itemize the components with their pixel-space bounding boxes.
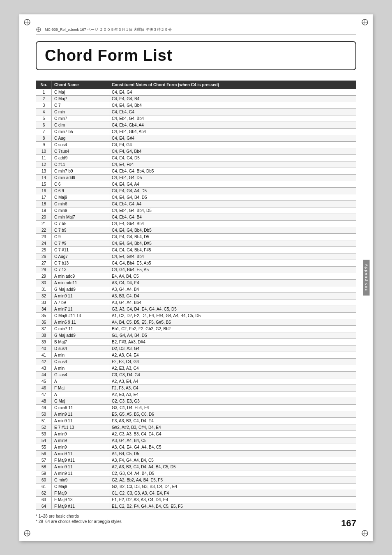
cell-notes: C4, E4, G4, Bb4 [109, 102, 356, 109]
cell-no: 22 [36, 227, 52, 234]
cell-chord-name: F Maj9 #11 [52, 503, 109, 510]
table-row: 17C Maj9C4, E4, G4, B4, D5 [36, 194, 356, 201]
cell-notes: C4, G4, Bb4, E5, A5 [109, 267, 356, 273]
cell-no: 21 [36, 221, 52, 227]
cell-notes: C4, E4, G4, Bb4, F#5 [109, 247, 356, 253]
cell-chord-name: A min9 11 [52, 418, 109, 424]
table-row: 45AA2, A3, E4, A4 [36, 378, 356, 385]
table-row: 40D sus4D2, D3, A3, G4 [36, 345, 356, 352]
table-row: 2C Maj7C4, E4, G4, B4 [36, 96, 356, 102]
cell-no: 30 [36, 280, 52, 286]
footnote-1: * 1–28 are basic chords [36, 514, 356, 518]
top-bar: MC-909_Ref_e.book 167 ページ ２００５年３月１日 火曜日 … [36, 27, 356, 35]
table-row: 24C 7 #9C4, E4, G4, Bb4, D#5 [36, 240, 356, 247]
cell-chord-name: E 7 #11 13 [52, 424, 109, 431]
cell-no: 6 [36, 122, 52, 129]
cell-chord-name: C dim [52, 122, 109, 129]
cell-no: 35 [36, 313, 52, 319]
cell-chord-name: A min7 11 [52, 306, 109, 313]
cell-chord-name: C 7 [52, 102, 109, 109]
cell-notes: E5, G5, A5, B5, C6, D6 [109, 411, 356, 418]
table-row: 29A min add9E4, A4, B4, C5 [36, 273, 356, 280]
cell-no: 8 [36, 135, 52, 142]
cell-no: 11 [36, 155, 52, 161]
cell-chord-name: C Maj [52, 89, 109, 96]
cell-notes: A2, C3, A3, B3, C4, E4, G4 [109, 431, 356, 438]
table-row: 56A min9 11A4, B4, C5, D5 [36, 451, 356, 457]
cell-no: 18 [36, 201, 52, 207]
cell-notes: Bb1, C2, Eb2, F2, Gb2, G2, Bb2 [109, 326, 356, 332]
cell-notes: A3, C4, D4, E4 [109, 280, 356, 286]
cell-notes: A2, A3, E4, A4 [109, 378, 356, 385]
cell-chord-name: C 7sus4 [52, 148, 109, 155]
cell-chord-name: G Maj add9 [52, 286, 109, 293]
reg-mark-tr [361, 18, 369, 26]
chord-table: No. Chord Name Constituent Notes of Chor… [36, 81, 356, 510]
cell-no: 49 [36, 405, 52, 411]
reg-mark-br [361, 530, 369, 537]
top-bar-text: MC-909_Ref_e.book 167 ページ ２００５年３月１日 火曜日 … [45, 27, 172, 32]
table-row: 38G Maj add9G1, G4, A4, B4, D5 [36, 332, 356, 339]
cell-no: 34 [36, 306, 52, 313]
cell-notes: C4, F4, G4 [109, 142, 356, 148]
cell-chord-name: A min9 11 [52, 470, 109, 477]
cell-chord-name: C 6 9 [52, 188, 109, 194]
cell-notes: C4, E4, G4, D5 [109, 155, 356, 161]
cell-chord-name: C add9 [52, 155, 109, 161]
cell-notes: C4, Eb4, G4, A4 [109, 201, 356, 207]
table-row: 57F Maj9 #11A3, F4, G4, A4, B4, C5 [36, 457, 356, 464]
cell-no: 23 [36, 234, 52, 240]
cell-no: 5 [36, 115, 52, 122]
cell-chord-name: B Maj7 [52, 339, 109, 345]
cell-no: 29 [36, 273, 52, 280]
footnote-2: * 29–64 are chords effective for arpeggi… [36, 519, 356, 524]
cell-no: 50 [36, 411, 52, 418]
table-row: 53A min9A2, C3, A3, B3, C4, E4, G4 [36, 431, 356, 438]
table-row: 7C min7 b5C4, Eb4, Gb4, Ab4 [36, 129, 356, 135]
cell-chord-name: A min9 11 [52, 451, 109, 457]
cell-notes: C2, G3, C4, A4, B4, D5 [109, 470, 356, 477]
cell-notes: E4, A4, B4, C5 [109, 273, 356, 280]
cell-chord-name: F Maj [52, 385, 109, 391]
cell-notes: A2, A3, C4, E4 [109, 352, 356, 359]
cell-no: 48 [36, 398, 52, 405]
cell-notes: G2, A2, Bb2, A4, B4, E5, F5 [109, 477, 356, 484]
cell-no: 36 [36, 319, 52, 326]
cell-chord-name: C Maj9 [52, 484, 109, 490]
cell-notes: C4, Eb4, G4, D5 [109, 175, 356, 181]
table-row: 25C 7 #11C4, E4, G4, Bb4, F#5 [36, 247, 356, 253]
cell-chord-name: C min7 b5 [52, 129, 109, 135]
side-tab: Appendices [363, 260, 369, 295]
cell-notes: A2, A3, B3, C4, D4, A4, B4, C5, D5 [109, 464, 356, 470]
table-row: 41A minA2, A3, C4, E4 [36, 352, 356, 359]
cell-notes: A3, G4, A4, Bb4 [109, 299, 356, 306]
cell-notes: E1, F2, G2, A3, A3, C4, D4, E4 [109, 497, 356, 503]
cell-no: 1 [36, 89, 52, 96]
cell-notes: C4, E4, G#4, Bb4 [109, 253, 356, 260]
cell-notes: A3, C4, E4, G4, A4, B4, C5 [109, 444, 356, 451]
cell-chord-name: C Maj7 [52, 96, 109, 102]
crosshair-icon [36, 27, 42, 32]
cell-no: 26 [36, 253, 52, 260]
cell-notes: A2, E3, A3, C4 [109, 365, 356, 372]
cell-no: 25 [36, 247, 52, 253]
table-row: 27C 7 b13C4, G4, Bb4, E5, Ab5 [36, 260, 356, 267]
cell-notes: A3, G4, A4, B4 [109, 286, 356, 293]
table-row: 30A min add11A3, C4, D4, E4 [36, 280, 356, 286]
cell-chord-name: C min6 [52, 201, 109, 207]
table-row: 14C min add9C4, Eb4, G4, D5 [36, 175, 356, 181]
cell-no: 57 [36, 457, 52, 464]
cell-no: 51 [36, 418, 52, 424]
table-row: 10C 7sus4C4, F4, G4, Bb4 [36, 148, 356, 155]
table-row: 12C #11C4, E4, F#4 [36, 161, 356, 168]
cell-notes: C4, E4, Gb4, Bb4 [109, 221, 356, 227]
cell-chord-name: C 7 13 [52, 267, 109, 273]
cell-no: 28 [36, 267, 52, 273]
cell-no: 9 [36, 142, 52, 148]
cell-notes: C1, C2, C3, G3, A3, C4, E4, F4 [109, 490, 356, 497]
table-row: 21C 7 b5C4, E4, Gb4, Bb4 [36, 221, 356, 227]
page: MC-909_Ref_e.book 167 ページ ２００５年３月１日 火曜日 … [19, 14, 373, 541]
cell-notes: G3, C4, D4, Eb4, F4 [109, 405, 356, 411]
cell-no: 10 [36, 148, 52, 155]
table-row: 37C min7 11Bb1, C2, Eb2, F2, Gb2, G2, Bb… [36, 326, 356, 332]
